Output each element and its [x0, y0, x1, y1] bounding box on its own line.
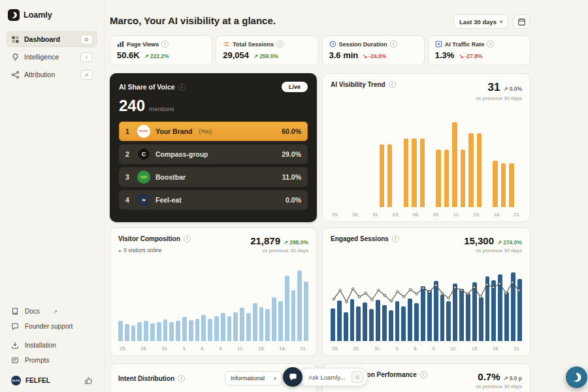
card-title: Visitor Composition	[118, 235, 180, 242]
chart-bar	[118, 321, 123, 341]
chart-bar	[195, 319, 200, 341]
kpi-change: ↗259.0%	[253, 53, 278, 59]
chat-bubble-icon	[288, 372, 298, 382]
chart-bar	[131, 325, 136, 341]
chart-bar	[509, 163, 514, 207]
info-icon[interactable]: i	[178, 84, 186, 91]
x-tick-label: 12.	[453, 212, 460, 218]
chevron-down-icon: ▾	[500, 19, 502, 25]
chart-bar	[291, 290, 296, 341]
ai-visibility-trend-card: AI Visibility Trend i 31 ↗0.0% vs previo…	[322, 73, 531, 222]
workspace-logo-icon: FELFEL	[11, 376, 21, 385]
x-tick-label: 15.	[472, 346, 478, 351]
chart-x-axis: 25.28.31.3.6.9.12.15.18.21.	[120, 346, 307, 351]
date-range-select[interactable]: Last 30 days ▾	[453, 14, 508, 29]
chart-bar	[468, 133, 473, 207]
boostbar-logo-icon: GO	[137, 171, 150, 184]
sessions-value: 15,300	[464, 235, 494, 246]
download-icon	[11, 341, 20, 350]
sidebar-item-installation[interactable]: Installation	[7, 338, 97, 353]
x-tick-label: 03.	[393, 212, 399, 218]
card-title: AI Visibility Trend	[331, 81, 385, 88]
leaderboard-row-your-brand[interactable]: 1 FELFEL Your Brand (You) 60.0%	[119, 122, 308, 141]
chart-bar	[297, 270, 302, 341]
chart-bar	[150, 323, 155, 341]
info-icon[interactable]: i	[161, 41, 169, 48]
book-icon	[11, 307, 20, 316]
kpi-card-total-sessions[interactable]: Total Sessions i 29,054 ↗259.0%	[216, 35, 318, 65]
brand-name: Your Brand	[155, 127, 192, 135]
shortcut-badge: A	[80, 70, 93, 80]
chart-bar	[387, 144, 392, 207]
online-count: 0 visitors online	[123, 247, 162, 253]
leaderboard-row-feel-eat[interactable]: 4 fe Feel-eat 0.0%	[119, 190, 308, 210]
rank: 1	[125, 127, 132, 135]
sidebar: Loamly Dashboard D Intelligence I	[0, 0, 105, 392]
sidebar-item-prompts[interactable]: Prompts	[7, 353, 97, 368]
brand-name: Feel-eat	[155, 196, 182, 204]
clock-icon	[329, 41, 336, 48]
sidebar-item-docs[interactable]: Docs ↗	[7, 304, 97, 319]
x-tick-label: 25.	[120, 346, 126, 351]
leaderboard-row-compass-group[interactable]: 2 C Compass-group 29.0%	[119, 144, 308, 164]
page-title: Marco, Your AI visibility at a glance.	[110, 15, 276, 26]
x-tick-label: 6.	[414, 346, 417, 351]
kpi-card-session-duration[interactable]: Session Duration i 3.6 min ↘-24.0%	[322, 35, 425, 65]
info-icon[interactable]: i	[487, 41, 494, 48]
x-tick-label: 28.	[353, 346, 359, 351]
x-tick-label: 21.	[514, 212, 520, 218]
info-icon[interactable]: i	[178, 375, 185, 382]
nav-label: Attribution	[24, 71, 55, 78]
info-icon[interactable]: i	[420, 371, 427, 378]
sidebar-item-dashboard[interactable]: Dashboard D	[7, 31, 97, 47]
calendar-button[interactable]	[513, 14, 530, 29]
sessions-change: ↗274.0%	[497, 239, 522, 246]
chart-bar	[233, 312, 238, 341]
date-range-value: Last 30 days	[459, 18, 497, 25]
chart-x-axis: 25.28.31.03.06.09.12.15.18.21.	[332, 212, 521, 218]
footer-label: Docs	[25, 308, 40, 315]
chart-bar	[436, 150, 440, 207]
shortcut-badge: I	[80, 52, 93, 62]
compare-label: vs previous 30 days	[464, 248, 522, 253]
kpi-card-ai-traffic-rate[interactable]: AI Traffic Rate i 1.3% ↘-27.8%	[428, 35, 531, 65]
workspace-switcher[interactable]: FELFEL FELFEL	[7, 376, 97, 385]
chart-bar	[304, 282, 308, 341]
chart-bar	[412, 139, 416, 207]
calendar-icon	[517, 18, 526, 26]
x-tick-label: 9.	[432, 346, 436, 351]
sidebar-item-intelligence[interactable]: Intelligence I	[7, 49, 97, 65]
chart-bars	[331, 122, 522, 207]
kpi-card-page-views[interactable]: Page Views i 50.6K ↗222.2%	[110, 35, 212, 65]
loamly-fab-button[interactable]	[566, 367, 587, 388]
sidebar-item-attribution[interactable]: Attribution A	[7, 67, 97, 82]
chart-bar	[208, 319, 212, 341]
chart-bar	[144, 321, 148, 341]
info-icon[interactable]: i	[276, 41, 284, 48]
conversion-value: 0.7%	[478, 371, 500, 382]
app-logo[interactable]: Loamly	[8, 9, 97, 21]
conversion-change: ↗0.0 p	[504, 375, 523, 382]
leaderboard-row-boostbar[interactable]: 3 GO Boostbar 11.0%	[119, 167, 308, 187]
x-tick-label: 18.	[493, 346, 499, 351]
ask-loamly-input[interactable]: Ask Loamly... C	[299, 368, 368, 386]
intent-filter-select[interactable]: Informational ▾	[225, 371, 282, 385]
info-icon[interactable]: i	[389, 81, 396, 88]
share-percent: 60.0%	[282, 127, 301, 135]
mentions-unit: mentions	[149, 105, 174, 112]
info-icon[interactable]: i	[184, 235, 191, 242]
chart-bar	[278, 301, 283, 341]
info-icon[interactable]: i	[392, 235, 399, 242]
info-icon[interactable]: i	[390, 41, 397, 48]
ask-loamly-widget: Ask Loamly... C	[283, 367, 368, 387]
trend-line-overlay	[331, 269, 522, 341]
thumbs-up-icon[interactable]	[84, 376, 93, 385]
trend-value: 31	[488, 81, 500, 94]
sidebar-item-founder-support[interactable]: Founder support	[7, 319, 97, 334]
x-tick-label: 9.	[219, 346, 223, 351]
chart-bars	[118, 269, 308, 341]
x-tick-label: 25.	[332, 346, 338, 351]
chat-launcher-button[interactable]	[283, 367, 302, 387]
card-title: Engaged Sessions	[331, 235, 389, 242]
chart-bar	[189, 320, 193, 341]
